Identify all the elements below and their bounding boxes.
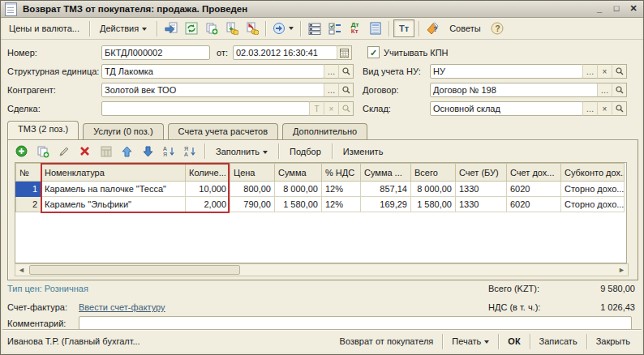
move-up-icon[interactable]	[118, 143, 136, 160]
pick-button[interactable]: Подбор	[284, 144, 327, 159]
table-cell[interactable]: 1	[16, 182, 41, 197]
table-cell[interactable]: Карамель "Эльфики"	[41, 197, 186, 212]
table-cell[interactable]: 6020	[507, 182, 561, 197]
date-field[interactable]: 02.03.2012 16:30:41	[233, 45, 352, 60]
clear-icon[interactable]: ×	[597, 64, 612, 79]
close-form-button[interactable]: Закрыть	[590, 334, 637, 349]
table-cell[interactable]: 12%	[322, 182, 361, 197]
money-in-document-icon[interactable]	[222, 20, 241, 37]
dtkt-postings-icon[interactable]: ДтКт	[346, 20, 364, 37]
kpn-checkbox[interactable]: ✓ Учитывать КПН	[367, 46, 449, 58]
column-header[interactable]: Всего	[411, 164, 456, 182]
table-cell[interactable]: 8 000,00	[411, 182, 456, 197]
maximize-button[interactable]: □	[611, 4, 622, 15]
horizontal-scrollbar[interactable]: ◄ ►	[15, 263, 629, 276]
choose-icon[interactable]: …	[324, 64, 339, 79]
tab-tmz[interactable]: ТМЗ (2 поз.)	[7, 121, 79, 140]
table-cell[interactable]: Сторно дохо...	[561, 182, 625, 197]
column-header[interactable]: Счет (БУ)	[456, 164, 507, 182]
open-magnifier-icon[interactable]	[612, 101, 627, 116]
type-select-icon[interactable]: T	[309, 101, 324, 116]
tab-additional[interactable]: Дополнительно	[282, 123, 367, 140]
open-magnifier-icon[interactable]	[338, 101, 354, 116]
column-header[interactable]: Счет дох...	[507, 164, 561, 182]
scroll-right-icon[interactable]: ►	[616, 265, 628, 275]
warehouse-field[interactable]: Основной склад … ×	[430, 101, 627, 116]
contract-field[interactable]: Договор № 198 …	[430, 83, 627, 97]
table-cell[interactable]: 1 580,00	[275, 197, 322, 212]
table-cell[interactable]: 1330	[456, 197, 507, 212]
open-magnifier-icon[interactable]	[338, 83, 354, 97]
end-edit-icon[interactable]	[97, 143, 115, 160]
column-header[interactable]: №	[16, 164, 41, 182]
clear-icon[interactable]: ×	[324, 101, 339, 116]
table-cell[interactable]: 800,00	[230, 182, 275, 197]
counterparty-field[interactable]: Золотой век ТОО …	[101, 83, 354, 97]
post-document-icon[interactable]	[182, 20, 200, 37]
flags-settings-icon[interactable]	[325, 20, 344, 37]
table-cell[interactable]: 1 580,00	[411, 197, 456, 212]
table-cell[interactable]: 6020	[507, 197, 561, 212]
open-magnifier-icon[interactable]	[612, 64, 627, 79]
table-row[interactable]: 1Карамель на палочке "Тесса"10,000800,00…	[16, 182, 625, 197]
move-down-icon[interactable]	[139, 143, 157, 160]
sort-asc-icon[interactable]: АЯ	[160, 143, 178, 160]
copy-icon[interactable]	[202, 20, 221, 37]
table-cell[interactable]: 2	[16, 197, 41, 212]
advice-label[interactable]: Советы	[444, 21, 486, 36]
table-cell[interactable]: Сторно дохо...	[561, 197, 625, 212]
deal-field[interactable]: T ×	[101, 101, 354, 116]
column-header[interactable]: Сумма ...	[361, 164, 411, 182]
money-out-document-icon[interactable]	[243, 20, 261, 37]
print-button[interactable]: Печать	[445, 334, 496, 349]
change-button[interactable]: Изменить	[337, 144, 389, 159]
table-cell[interactable]: 1330	[456, 182, 507, 197]
help-icon[interactable]: ?	[488, 20, 507, 37]
prices-currency-button[interactable]: Цены и валюта...	[3, 21, 85, 36]
open-magnifier-icon[interactable]	[612, 83, 627, 97]
add-row-icon[interactable]	[12, 143, 31, 160]
choose-icon[interactable]: …	[582, 64, 598, 79]
table-cell[interactable]: 169,29	[361, 197, 411, 212]
column-header[interactable]: Цена	[230, 164, 275, 182]
invoice-link[interactable]: Ввести счет-фактуру	[79, 302, 165, 312]
column-header[interactable]: Субконто дох...	[561, 164, 625, 182]
nu-kind-field[interactable]: НУ … ×	[430, 64, 627, 79]
table-cell[interactable]: 2,000	[186, 197, 230, 212]
checkbox-check-icon[interactable]: ✓	[367, 46, 380, 58]
table-cell[interactable]: 12%	[322, 197, 361, 212]
column-header[interactable]: Количе...	[186, 164, 230, 182]
table-cell[interactable]: 857,14	[361, 182, 411, 197]
go-to-icon[interactable]	[270, 20, 296, 37]
font-settings-button[interactable]: Тт	[393, 19, 414, 37]
scrollbar-thumb[interactable]	[29, 265, 240, 275]
minimize-button[interactable]: _	[594, 4, 605, 15]
report-icon[interactable]	[366, 20, 384, 37]
structure-list-icon[interactable]	[305, 20, 324, 37]
scroll-left-icon[interactable]: ◄	[15, 265, 28, 275]
table-cell[interactable]: 790,00	[230, 197, 275, 212]
choose-icon[interactable]: …	[324, 83, 339, 97]
choose-icon[interactable]: …	[582, 101, 598, 116]
choose-icon[interactable]: …	[597, 83, 612, 97]
open-magnifier-icon[interactable]	[338, 64, 354, 79]
ok-button[interactable]: ОК	[501, 334, 526, 349]
calendar-icon[interactable]	[337, 45, 352, 60]
tab-settlement-accounts[interactable]: Счета учета расчетов	[168, 123, 278, 140]
actions-button[interactable]: Действия	[94, 21, 152, 36]
close-button[interactable]: ✕	[628, 4, 639, 15]
fill-button[interactable]: Заполнить	[210, 144, 273, 159]
edit-row-icon[interactable]	[54, 143, 73, 160]
save-icon[interactable]	[161, 20, 180, 37]
structural-unit-field[interactable]: ТД Лакомка …	[101, 64, 354, 79]
copy-row-icon[interactable]	[33, 143, 52, 160]
tab-services[interactable]: Услуги (0 поз.)	[83, 123, 163, 140]
table-cell[interactable]: Карамель на палочке "Тесса"	[41, 182, 186, 197]
column-header[interactable]: Номенклатура	[41, 164, 186, 182]
write-button[interactable]: Записать	[533, 334, 584, 349]
number-field[interactable]: БКТДЛ000002	[101, 45, 210, 60]
table-cell[interactable]: 8 000,00	[275, 182, 322, 197]
advice-icon[interactable]: ?	[423, 20, 442, 37]
column-header[interactable]: % НДС	[322, 164, 361, 182]
return-from-buyer-button[interactable]: Возврат от покупателя	[333, 334, 440, 349]
